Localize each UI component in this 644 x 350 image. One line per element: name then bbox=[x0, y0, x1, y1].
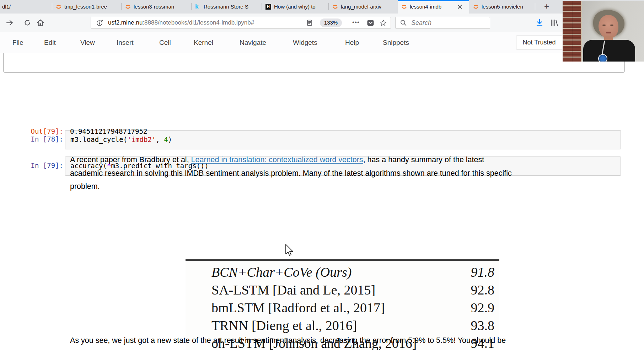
library-icon bbox=[550, 18, 558, 27]
tab-title: lesson3-rossman bbox=[134, 0, 174, 14]
markdown-line-2: academic research in solving this IMDB s… bbox=[70, 167, 512, 179]
tab-title-fade bbox=[43, 0, 52, 14]
presenter-eye-left bbox=[602, 25, 606, 26]
page-actions-icon[interactable]: ••• bbox=[352, 17, 360, 28]
browser-tab-lesson5-movielen[interactable]: lesson5-movielen bbox=[469, 0, 535, 14]
browser-tab-dl1-[interactable]: dl1/ bbox=[0, 0, 52, 14]
navigation-toolbar: usf2.mine.nu:8888/notebooks/dl1/lesson4-… bbox=[0, 14, 644, 32]
table-row: bmLSTM [Radford et al., 2017]92.9 bbox=[211, 299, 497, 317]
menu-file[interactable]: File bbox=[12, 32, 23, 53]
search-bar[interactable] bbox=[395, 17, 490, 29]
download-icon bbox=[535, 18, 544, 27]
table-row-name: bmLSTM [Radford et al., 2017] bbox=[211, 300, 385, 315]
code-cell-input-78[interactable]: m3.load_cycle('imdb2', 4) bbox=[65, 130, 621, 149]
table-row: BCN+Char+CoVe (Ours)91.8 bbox=[211, 263, 497, 281]
cell-output-79: 0.94511217948717952 bbox=[70, 127, 147, 135]
menu-navigate[interactable]: Navigate bbox=[240, 32, 266, 53]
tab-title-fade bbox=[182, 0, 191, 14]
table-row: SA-LSTM [Dai and Le, 2015]92.8 bbox=[211, 281, 497, 299]
cell-in-prompt-78: In [78]: bbox=[11, 135, 63, 143]
menu-insert[interactable]: Insert bbox=[117, 32, 134, 53]
tab-separator bbox=[535, 3, 535, 10]
browser-window: dl1/tmp_lesson1-breelesson3-rossmankRoss… bbox=[0, 0, 644, 350]
brick-wall bbox=[563, 1, 582, 62]
browser-tab-lang-model-arxiv[interactable]: lang_model-arxiv bbox=[329, 0, 397, 14]
tab-title-fade bbox=[252, 0, 262, 14]
search-input[interactable] bbox=[410, 18, 487, 28]
not-trusted-button[interactable]: Not Trusted bbox=[516, 36, 562, 49]
table-row-name: TRNN [Dieng et al., 2016] bbox=[211, 318, 357, 333]
reload-icon bbox=[23, 19, 31, 27]
jupyter-favicon-icon bbox=[473, 4, 479, 10]
reader-mode-icon[interactable] bbox=[306, 20, 313, 26]
presenter-face bbox=[599, 15, 618, 38]
table-top-rule bbox=[186, 259, 499, 261]
markdown-line-3: problem. bbox=[70, 180, 100, 192]
tab-separator bbox=[121, 3, 122, 10]
tab-strip: dl1/tmp_lesson1-breelesson3-rossmankRoss… bbox=[0, 0, 644, 14]
code-token: ) bbox=[168, 136, 172, 143]
paper-link[interactable]: Learned in translation: contextualized w… bbox=[191, 155, 363, 164]
search-icon bbox=[400, 19, 407, 26]
table-row-score: 92.9 bbox=[471, 299, 495, 317]
markdown-line-1: A recent paper from Bradbury et al, Lear… bbox=[70, 154, 484, 166]
url-bar[interactable]: usf2.mine.nu:8888/notebooks/dl1/lesson4-… bbox=[91, 17, 391, 29]
jupyter-favicon-icon bbox=[401, 4, 407, 10]
tab-title: lesson4-imdb bbox=[410, 0, 441, 14]
tab-title: lang_model-arxiv bbox=[341, 0, 381, 14]
tab-separator bbox=[262, 3, 262, 10]
tab-separator bbox=[52, 3, 52, 10]
notebook-content: In [78]: m3.load_cycle('imdb2', 4) In [7… bbox=[0, 53, 644, 350]
tab-title: lesson5-movielen bbox=[482, 0, 523, 14]
cell-in-prompt-79: In [79]: bbox=[11, 161, 63, 169]
cell-out-prompt-79: Out[79]: bbox=[11, 127, 63, 135]
jupyter-favicon-icon bbox=[332, 4, 338, 10]
menu-snippets[interactable]: Snippets bbox=[383, 32, 409, 53]
menu-kernel[interactable]: Kernel bbox=[194, 32, 213, 53]
menu-widgets[interactable]: Widgets bbox=[293, 32, 317, 53]
bookmark-star-icon[interactable] bbox=[380, 19, 387, 27]
url-path: :8888/notebooks/dl1/lesson4-imdb.ipynb# bbox=[143, 19, 254, 26]
url-text: usf2.mine.nu:8888/notebooks/dl1/lesson4-… bbox=[108, 17, 254, 28]
shirt-logo bbox=[598, 54, 607, 62]
browser-tab-lesson3-rossman[interactable]: lesson3-rossman bbox=[122, 0, 191, 14]
code-token: , bbox=[156, 136, 164, 143]
pocket-icon[interactable] bbox=[367, 19, 374, 27]
new-tab-button[interactable]: + bbox=[539, 0, 554, 14]
library-button[interactable] bbox=[548, 14, 560, 32]
home-button[interactable] bbox=[34, 14, 46, 32]
table-row-name: BCN+Char+CoVe (Ours) bbox=[211, 265, 351, 280]
browser-tab-tmp-lesson1-bree[interactable]: tmp_lesson1-bree bbox=[52, 0, 121, 14]
tab-close-icon[interactable] bbox=[457, 4, 463, 10]
reload-button[interactable] bbox=[21, 14, 33, 32]
tab-separator bbox=[191, 3, 192, 10]
tab-title-fade bbox=[319, 0, 328, 14]
browser-tab-lesson4-imdb[interactable]: lesson4-imdb bbox=[398, 0, 469, 14]
table-row-score: 93.8 bbox=[471, 317, 495, 334]
presenter-mouth bbox=[606, 32, 611, 33]
tab-title: dl1/ bbox=[2, 0, 11, 14]
menu-cell[interactable]: Cell bbox=[159, 32, 171, 53]
home-icon bbox=[36, 19, 44, 27]
downloads-button[interactable] bbox=[533, 14, 546, 32]
menu-edit[interactable]: Edit bbox=[44, 32, 56, 53]
menu-help[interactable]: Help bbox=[345, 32, 359, 53]
menu-view[interactable]: View bbox=[80, 32, 95, 53]
url-host: usf2.mine.nu bbox=[108, 19, 143, 26]
browser-tab-how-and-why-to[interactable]: HHow (and why) to bbox=[262, 0, 328, 14]
site-info-icon[interactable] bbox=[97, 20, 103, 26]
tab-separator bbox=[328, 3, 329, 10]
code-token: m3.load_cycle( bbox=[70, 136, 127, 143]
mouse-cursor bbox=[285, 244, 294, 257]
forward-button[interactable] bbox=[4, 14, 16, 32]
forward-arrow-icon bbox=[6, 19, 14, 27]
table-row: TRNN [Dieng et al., 2016]93.8 bbox=[211, 317, 497, 334]
presenter-shirt bbox=[583, 40, 635, 62]
jupyter-favicon-icon bbox=[125, 4, 131, 10]
kaggle-favicon-icon: k bbox=[195, 4, 201, 10]
notebook-menubar: Not Trusted FileEditViewInsertCellKernel… bbox=[0, 32, 644, 53]
zoom-level-badge[interactable]: 133% bbox=[320, 18, 342, 27]
browser-tab-rossmann-store-s[interactable]: kRossmann Store S bbox=[192, 0, 262, 14]
presenter-webcam-video bbox=[563, 1, 644, 62]
md1-text-pre: A recent paper from Bradbury et al, bbox=[70, 155, 191, 164]
